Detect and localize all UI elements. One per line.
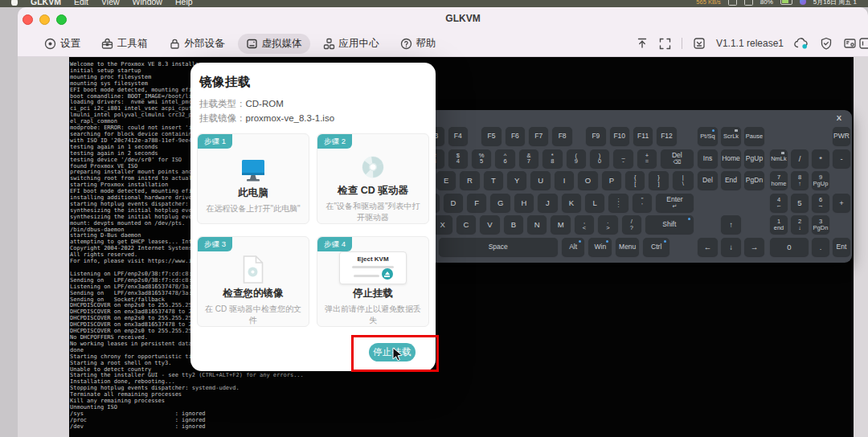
key-x[interactable]: X <box>432 215 452 234</box>
close-window-button[interactable] <box>23 14 33 25</box>
key-*[interactable]: * <box>812 149 829 168</box>
window-titlebar[interactable]: GLKVM <box>18 7 868 31</box>
key-l[interactable]: L <box>585 194 604 212</box>
key-%[interactable]: %5 <box>472 149 491 168</box>
key-b[interactable]: B <box>504 215 523 234</box>
key-2[interactable]: 2↓ <box>791 215 809 234</box>
key-space[interactable]: Space <box>439 238 558 256</box>
toolbar-item-app-center[interactable]: 应用中心 <box>315 34 387 54</box>
key-f[interactable]: F <box>467 194 486 212</box>
key-8[interactable]: 8↑ <box>791 171 809 190</box>
key-*[interactable]: *8 <box>542 149 562 168</box>
key-)[interactable]: )0 <box>590 149 609 168</box>
key-alt[interactable]: Alt <box>562 238 585 256</box>
key-pause[interactable]: Pause <box>744 127 764 145</box>
menubar-menu-edit[interactable]: Edit <box>74 0 88 6</box>
key-f5[interactable]: F5 <box>481 127 501 145</box>
key-ins[interactable]: Ins <box>698 149 718 168</box>
key--[interactable]: - <box>833 149 850 168</box>
key-menu[interactable]: Menu <box>616 238 639 256</box>
key-o[interactable]: O <box>578 171 597 190</box>
key-←[interactable]: ← <box>698 238 718 256</box>
key-home[interactable]: Home <box>721 149 741 168</box>
key-f4[interactable]: F4 <box>448 127 468 145</box>
menubar-menu-help[interactable]: Help <box>175 0 193 6</box>
key-f12[interactable]: F12 <box>657 127 676 145</box>
key-shift[interactable]: Shift <box>645 215 694 234</box>
keyboard-close-button[interactable]: X <box>833 112 845 124</box>
key-→[interactable]: → <box>744 238 764 256</box>
key-3[interactable]: 3PgDn <box>812 215 829 234</box>
user-avatar-icon[interactable] <box>800 0 806 5</box>
key-;[interactable]: ;: <box>608 194 628 212</box>
key-e[interactable]: E <box>436 171 456 190</box>
key-0[interactable]: 0 <box>770 238 809 256</box>
key-{[interactable]: {[ <box>625 171 645 190</box>
key-([interactable]: (9 <box>567 149 586 168</box>
key-pt/sq[interactable]: Pt/Sq <box>698 127 718 145</box>
key-scrlk[interactable]: ScrLk <box>721 127 741 145</box>
toolbar-item-settings[interactable]: 设置 <box>36 34 88 54</box>
toolbar-item-external-devices[interactable]: 外部设备 <box>161 34 233 54</box>
key-/[interactable]: / <box>791 149 809 168</box>
key-4[interactable]: 4← <box>770 194 788 212</box>
key-nmlk[interactable]: NmLk <box>770 149 788 168</box>
key-win[interactable]: Win <box>588 238 612 256</box>
key-f11[interactable]: F11 <box>633 127 653 145</box>
menubar-menu-window[interactable]: Window <box>133 0 162 6</box>
zoom-window-button[interactable] <box>56 14 67 25</box>
key-enter[interactable]: Enter↵ <box>656 194 693 212</box>
key-6[interactable]: 6→ <box>812 194 829 212</box>
key-del[interactable]: Del⌫ <box>661 149 694 168</box>
fullscreen-icon[interactable] <box>659 38 671 50</box>
key-9[interactable]: 9PgUp <box>812 171 829 190</box>
key-.[interactable]: . <box>812 238 829 256</box>
key-k[interactable]: K <box>562 194 581 212</box>
apple-logo-icon[interactable] <box>11 0 18 6</box>
key-^[interactable]: ^6 <box>495 149 514 168</box>
key-$[interactable]: $4 <box>448 149 468 168</box>
key-pgdn[interactable]: PgDn <box>744 171 764 190</box>
key-p[interactable]: P <box>602 171 621 190</box>
key-|[interactable]: |\ <box>673 171 694 190</box>
key-.[interactable]: .> <box>598 215 617 234</box>
toolbar-item-virtual-media[interactable]: 虚拟媒体 <box>238 34 310 54</box>
key-7[interactable]: 7home <box>770 171 788 190</box>
menubar-menu-view[interactable]: View <box>101 0 120 6</box>
key-f8[interactable]: F8 <box>552 127 571 145</box>
key-del[interactable]: Del <box>698 171 718 190</box>
key-i[interactable]: I <box>555 171 574 190</box>
key-1[interactable]: 1end <box>770 215 788 234</box>
menubar-app-name[interactable]: GLKVM <box>31 0 61 6</box>
minimize-window-button[interactable] <box>39 14 50 25</box>
key-y[interactable]: Y <box>507 171 526 190</box>
device-record-icon[interactable] <box>843 37 857 50</box>
upload-icon[interactable] <box>636 37 649 50</box>
key-f7[interactable]: F7 <box>529 127 548 145</box>
key-h[interactable]: H <box>514 194 534 212</box>
key-/[interactable]: /? <box>622 215 641 234</box>
key-v[interactable]: V <box>480 215 499 234</box>
key-f10[interactable]: F10 <box>610 127 629 145</box>
security-shield-icon[interactable] <box>820 37 833 51</box>
key-↓[interactable]: ↓ <box>721 238 741 256</box>
wifi-icon[interactable] <box>728 0 737 6</box>
key-ctrl[interactable]: Ctrl <box>643 238 669 256</box>
key-ent[interactable]: Ent <box>833 238 850 256</box>
key-f9[interactable]: F9 <box>586 127 605 145</box>
key-n[interactable]: N <box>527 215 547 234</box>
key-j[interactable]: J <box>538 194 557 212</box>
key-f6[interactable]: F6 <box>506 127 525 145</box>
toolbar-item-toolbox[interactable]: 工具箱 <box>93 34 156 54</box>
key-d[interactable]: D <box>444 194 463 212</box>
key-&[interactable]: &7 <box>519 149 538 168</box>
key-r[interactable]: R <box>460 171 479 190</box>
key-+[interactable]: += <box>637 149 657 168</box>
key-end[interactable]: End <box>721 171 741 190</box>
key-pgup[interactable]: PgUp <box>744 149 764 168</box>
key-u[interactable]: U <box>530 171 550 190</box>
clipped-toolbar-icon[interactable] <box>858 37 868 53</box>
cloud-sync-icon[interactable] <box>794 37 809 50</box>
key-↑[interactable]: ↑ <box>721 215 741 234</box>
toolbar-item-help[interactable]: 帮助 <box>392 34 444 54</box>
